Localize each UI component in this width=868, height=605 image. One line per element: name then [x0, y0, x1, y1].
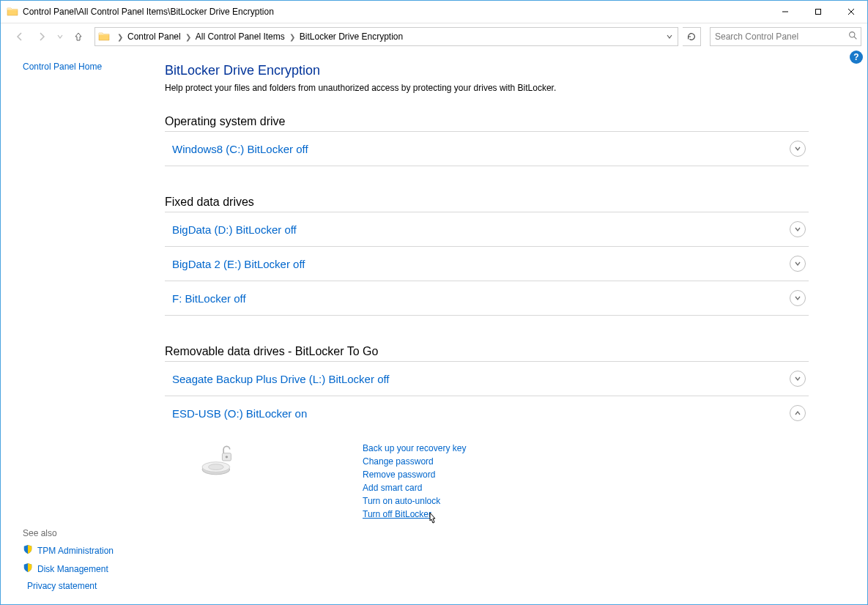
collapse-button[interactable]	[790, 405, 806, 421]
up-button[interactable]	[70, 28, 87, 45]
breadcrumb-item[interactable]: Control Panel	[127, 28, 181, 45]
drive-actions: Back up your recovery key Change passwor…	[363, 443, 466, 519]
window-controls	[768, 1, 867, 23]
drive-unlocked-icon	[194, 443, 245, 519]
expand-button[interactable]	[790, 371, 806, 387]
see-also-item: TPM Administration	[23, 544, 147, 557]
window: Control Panel\All Control Panel Items\Bi…	[0, 0, 868, 605]
address-bar[interactable]: ❯ Control Panel ❯ All Control Panel Item…	[94, 27, 678, 46]
remove-password-link[interactable]: Remove password	[363, 469, 466, 480]
page-description: Help protect your files and folders from…	[165, 83, 809, 93]
drive-label: F: BitLocker off	[172, 292, 246, 305]
drive-row-expanded[interactable]: ESD-USB (O:) BitLocker on	[165, 396, 809, 430]
drive-row[interactable]: Windows8 (C:) BitLocker off	[165, 132, 809, 166]
search-input[interactable]	[713, 31, 848, 42]
expand-button[interactable]	[790, 256, 806, 272]
minimize-button[interactable]	[768, 1, 801, 23]
main: BitLocker Drive Encryption Help protect …	[155, 50, 867, 604]
drive-row[interactable]: F: BitLocker off	[165, 281, 809, 316]
turn-off-bitlocker-link[interactable]: Turn off BitLocker	[363, 509, 466, 519]
nav-row: ❯ Control Panel ❯ All Control Panel Item…	[1, 23, 867, 50]
expand-button[interactable]	[790, 221, 806, 237]
search-box[interactable]	[710, 27, 861, 46]
window-title: Control Panel\All Control Panel Items\Bi…	[23, 7, 274, 17]
maximize-button[interactable]	[801, 1, 834, 23]
forward-button[interactable]	[33, 28, 51, 45]
back-button[interactable]	[11, 28, 29, 45]
see-also-item: Disk Management	[23, 563, 147, 575]
expand-button[interactable]	[790, 141, 806, 157]
svg-point-10	[226, 456, 228, 458]
drive-expanded-panel: Back up your recovery key Change passwor…	[165, 430, 809, 527]
backup-recovery-key-link[interactable]: Back up your recovery key	[363, 443, 466, 453]
svg-point-8	[209, 464, 224, 470]
tpm-admin-link[interactable]: TPM Administration	[37, 546, 114, 556]
shield-icon	[23, 544, 33, 557]
disk-management-link[interactable]: Disk Management	[37, 564, 108, 574]
change-password-link[interactable]: Change password	[363, 456, 466, 467]
section-removable-title: Removable data drives - BitLocker To Go	[165, 345, 809, 362]
chevron-right-icon[interactable]: ❯	[117, 28, 123, 45]
section-fixed-title: Fixed data drives	[165, 196, 809, 212]
expand-button[interactable]	[790, 290, 806, 306]
refresh-button[interactable]	[683, 27, 701, 46]
page-title: BitLocker Drive Encryption	[165, 63, 809, 78]
folder-icon	[98, 31, 110, 42]
section-os-title: Operating system drive	[165, 115, 809, 132]
content: Control Panel Home See also TPM Administ…	[1, 50, 867, 604]
shield-icon	[23, 563, 33, 575]
drive-row[interactable]: Seagate Backup Plus Drive (L:) BitLocker…	[165, 362, 809, 396]
drive-row[interactable]: BigData 2 (E:) BitLocker off	[165, 247, 809, 281]
privacy-statement-link[interactable]: Privacy statement	[27, 581, 97, 591]
close-button[interactable]	[834, 1, 867, 23]
chevron-right-icon[interactable]: ❯	[289, 28, 295, 45]
folder-icon	[7, 6, 18, 18]
breadcrumb-item[interactable]: BitLocker Drive Encryption	[300, 28, 403, 45]
search-icon[interactable]	[848, 31, 858, 42]
drive-label: Seagate Backup Plus Drive (L:) BitLocker…	[172, 373, 390, 385]
drive-label: ESD-USB (O:) BitLocker on	[172, 407, 307, 420]
see-also-item: Privacy statement	[23, 581, 147, 591]
chevron-right-icon[interactable]: ❯	[185, 28, 191, 45]
drive-label: BigData 2 (E:) BitLocker off	[172, 258, 305, 270]
svg-rect-1	[815, 10, 820, 15]
drive-label: Windows8 (C:) BitLocker off	[172, 143, 308, 155]
add-smart-card-link[interactable]: Add smart card	[363, 483, 466, 493]
turn-on-auto-unlock-link[interactable]: Turn on auto-unlock	[363, 496, 466, 506]
address-dropdown[interactable]	[663, 33, 676, 40]
control-panel-home-link[interactable]: Control Panel Home	[23, 62, 147, 72]
recent-dropdown[interactable]	[55, 28, 65, 45]
see-also-heading: See also	[23, 528, 147, 538]
breadcrumb-item[interactable]: All Control Panel Items	[196, 28, 285, 45]
svg-point-4	[850, 32, 855, 37]
drive-label: BigData (D:) BitLocker off	[172, 223, 297, 236]
titlebar: Control Panel\All Control Panel Items\Bi…	[1, 1, 867, 23]
svg-line-5	[854, 37, 856, 39]
drive-row[interactable]: BigData (D:) BitLocker off	[165, 212, 809, 247]
help-icon[interactable]: ?	[850, 51, 863, 64]
sidebar: Control Panel Home See also TPM Administ…	[1, 50, 155, 604]
